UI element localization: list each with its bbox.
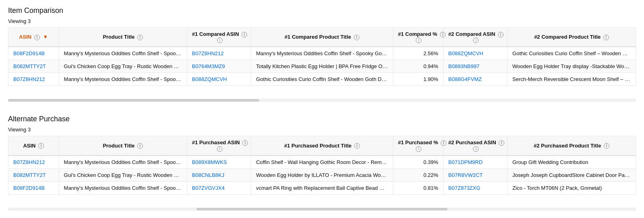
asin-link-1-2[interactable]: B08F2D914B bbox=[13, 185, 45, 191]
product-title-cell-0-2: Manny's Mysterious Oddities Coffin Shelf… bbox=[59, 73, 187, 86]
asin-cell-1-2: B08F2D914B bbox=[8, 181, 59, 194]
c2-asin-cell-1-0: B071DPM9RD bbox=[443, 156, 507, 169]
product-title-cell-1-2: Manny's Mysterious Oddities Coffin Shelf… bbox=[59, 181, 187, 194]
table-row: B08F2D914BManny's Mysterious Oddities Co… bbox=[8, 181, 636, 194]
col-header-1-0: ASIN i bbox=[8, 136, 59, 155]
table-row: B08F2D914BManny's Mysterious Oddities Co… bbox=[8, 47, 636, 60]
c2-asin-link-1-2[interactable]: B07Z873ZXG bbox=[448, 185, 481, 191]
c1-pct-cell-1-2: 0.81% bbox=[393, 181, 443, 194]
col-header-0-6: #2 Compared Product Title i bbox=[508, 28, 636, 47]
c2-title-cell-1-2: Zico - Torch MT06N (2 Pack, Gnmetal) bbox=[508, 181, 636, 194]
c1-asin-cell-0-2: B088ZQMCVH bbox=[187, 73, 251, 86]
viewing-count-1: Viewing 3 bbox=[8, 127, 636, 133]
c2-asin-cell-0-1: B0893NB997 bbox=[443, 60, 507, 73]
c1-asin-cell-1-2: B07ZVGVJX4 bbox=[187, 181, 251, 194]
info-icon-0-3[interactable]: i bbox=[354, 35, 359, 40]
col-subheader-0-2: i bbox=[192, 37, 246, 44]
c1-title-cell-1-2: vcmart PA Ring with Replacement Ball Cap… bbox=[251, 181, 393, 194]
asin-link-0-1[interactable]: B082MTTY2T bbox=[13, 63, 46, 69]
col-header-1-4: #1 Purchased % ii bbox=[393, 136, 443, 155]
col-header-0-1: Product Title i bbox=[59, 28, 187, 47]
col-subheader-1-2: i bbox=[192, 146, 246, 152]
table-row: B07Z8HN212Manny's Mysterious Oddities Co… bbox=[8, 156, 636, 169]
c1-asin-link-1-0[interactable]: B089X8MWKS bbox=[192, 159, 227, 165]
c1-asin-link-0-0[interactable]: B07Z8HN212 bbox=[192, 50, 224, 56]
c2-asin-link-0-1[interactable]: B0893NB997 bbox=[448, 63, 479, 69]
scrollbar-thumb-1[interactable] bbox=[196, 208, 448, 210]
c2-asin-link-1-1[interactable]: B07R8VW2CT bbox=[448, 172, 483, 178]
info-icon-sub-1-2[interactable]: i bbox=[217, 146, 223, 152]
asin-link-1-0[interactable]: B07Z8HN212 bbox=[13, 159, 45, 165]
asin-link-0-2[interactable]: B07Z8HN212 bbox=[13, 76, 45, 82]
c1-pct-cell-0-2: 1.90% bbox=[393, 73, 443, 86]
c2-asin-cell-1-2: B07Z873ZXG bbox=[443, 181, 507, 194]
col-subheader-1-5: i bbox=[448, 146, 502, 152]
scrollbar-thumb-0[interactable] bbox=[8, 99, 259, 102]
info-icon-sub-0-4[interactable]: i bbox=[416, 37, 421, 43]
c1-asin-link-0-1[interactable]: B0764M3MZ9 bbox=[192, 63, 225, 69]
asin-link-0-0[interactable]: B08F2D914B bbox=[13, 50, 45, 56]
c1-asin-link-1-2[interactable]: B07ZVGVJX4 bbox=[192, 185, 225, 191]
c1-asin-cell-0-0: B07Z8HN212 bbox=[187, 47, 251, 60]
info-icon-1-5[interactable]: i bbox=[499, 140, 504, 146]
info-icon-1-1[interactable]: i bbox=[137, 143, 143, 149]
info-icon-1-3[interactable]: i bbox=[354, 143, 360, 149]
product-title-cell-0-0: Manny's Mysterious Oddities Coffin Shelf… bbox=[59, 47, 187, 60]
c1-asin-link-0-2[interactable]: B088ZQMCVH bbox=[192, 76, 227, 82]
scrollbar-1[interactable] bbox=[8, 208, 636, 211]
col-header-0-4: #1 Compared % ii bbox=[393, 28, 443, 47]
info-icon-sub-0-2[interactable]: i bbox=[217, 37, 223, 43]
col-header-1-5: #2 Purchased ASIN ii bbox=[443, 136, 507, 155]
c1-asin-cell-0-1: B0764M3MZ9 bbox=[187, 60, 251, 73]
info-icon-sub-1-4[interactable]: i bbox=[416, 146, 421, 152]
info-icon-0-5[interactable]: i bbox=[498, 32, 504, 37]
col-header-0-3: #1 Compared Product Title i bbox=[251, 28, 393, 47]
table-0: ASIN i ▼Product Title i#1 Compared ASIN … bbox=[8, 28, 636, 85]
info-icon-0-0[interactable]: i bbox=[34, 35, 40, 40]
info-icon-sub-1-5[interactable]: i bbox=[473, 146, 479, 152]
c1-asin-link-1-1[interactable]: B08CNLB8KJ bbox=[192, 172, 224, 178]
c2-asin-link-0-0[interactable]: B088ZQMCVH bbox=[448, 50, 483, 56]
c2-asin-cell-1-1: B07R8VW2CT bbox=[443, 168, 507, 181]
section-title-0: Item Comparison bbox=[8, 6, 636, 15]
c1-pct-cell-0-1: 0.94% bbox=[393, 60, 443, 73]
c1-title-cell-1-0: Coffin Shelf - Wall Hanging Gothic Room … bbox=[251, 156, 393, 169]
table-row: B082MTTY2TGui's Chicken Coop Egg Tray - … bbox=[8, 168, 636, 181]
asin-cell-0-2: B07Z8HN212 bbox=[8, 73, 59, 86]
info-icon-1-6[interactable]: i bbox=[604, 143, 609, 149]
info-icon-0-1[interactable]: i bbox=[137, 35, 143, 40]
col-header-0-2: #1 Compared ASIN ii bbox=[187, 28, 251, 47]
table-wrapper-0: ASIN i ▼Product Title i#1 Compared ASIN … bbox=[8, 27, 636, 86]
col-subheader-0-4: i bbox=[398, 37, 438, 44]
c1-asin-cell-1-0: B089X8MWKS bbox=[187, 156, 251, 169]
c1-pct-cell-1-0: 0.39% bbox=[393, 156, 443, 169]
info-icon-sub-0-5[interactable]: i bbox=[473, 37, 479, 43]
c2-asin-link-0-2[interactable]: B088G4FVMZ bbox=[448, 76, 482, 82]
asin-link-1-1[interactable]: B082MTTY2T bbox=[13, 172, 46, 178]
c2-title-cell-0-1: Wooden Egg Holder Tray display -Stackabl… bbox=[508, 60, 636, 73]
info-icon-0-4[interactable]: i bbox=[440, 32, 446, 37]
table-row: B082MTTY2TGui's Chicken Coop Egg Tray - … bbox=[8, 60, 636, 73]
c2-asin-cell-0-2: B088G4FVMZ bbox=[443, 73, 507, 86]
c1-asin-cell-1-1: B08CNLB8KJ bbox=[187, 168, 251, 181]
col-header-1-2: #1 Purchased ASIN ii bbox=[187, 136, 251, 155]
info-icon-1-2[interactable]: i bbox=[242, 140, 248, 146]
table-row: B07Z8HN212Manny's Mysterious Oddities Co… bbox=[8, 73, 636, 86]
product-title-cell-0-1: Gui's Chicken Coop Egg Tray - Rustic Woo… bbox=[59, 60, 187, 73]
c1-title-cell-0-2: Gothic Curiosities Curio Coffin Shelf - … bbox=[251, 73, 393, 86]
info-icon-1-4[interactable]: i bbox=[441, 140, 446, 146]
scrollbar-0[interactable] bbox=[8, 99, 636, 102]
table-header-0: ASIN i ▼Product Title i#1 Compared ASIN … bbox=[8, 28, 636, 47]
info-icon-0-6[interactable]: i bbox=[603, 35, 609, 40]
section-title-1: Alternate Purchase bbox=[8, 115, 636, 123]
c1-title-cell-0-1: Totally Kitchen Plastic Egg Holder | BPA… bbox=[251, 60, 393, 73]
col-header-1-6: #2 Purchased Product Title i bbox=[508, 136, 636, 155]
asin-cell-1-1: B082MTTY2T bbox=[8, 168, 59, 181]
c1-pct-cell-0-0: 2.56% bbox=[393, 47, 443, 60]
info-icon-0-2[interactable]: i bbox=[242, 32, 247, 37]
asin-cell-0-0: B08F2D914B bbox=[8, 47, 59, 60]
sort-icon-0-0[interactable]: ▼ bbox=[43, 34, 48, 40]
info-icon-1-0[interactable]: i bbox=[38, 143, 44, 149]
product-title-cell-1-0: Manny's Mysterious Oddities Coffin Shelf… bbox=[59, 156, 187, 169]
c2-asin-link-1-0[interactable]: B071DPM9RD bbox=[448, 159, 483, 165]
